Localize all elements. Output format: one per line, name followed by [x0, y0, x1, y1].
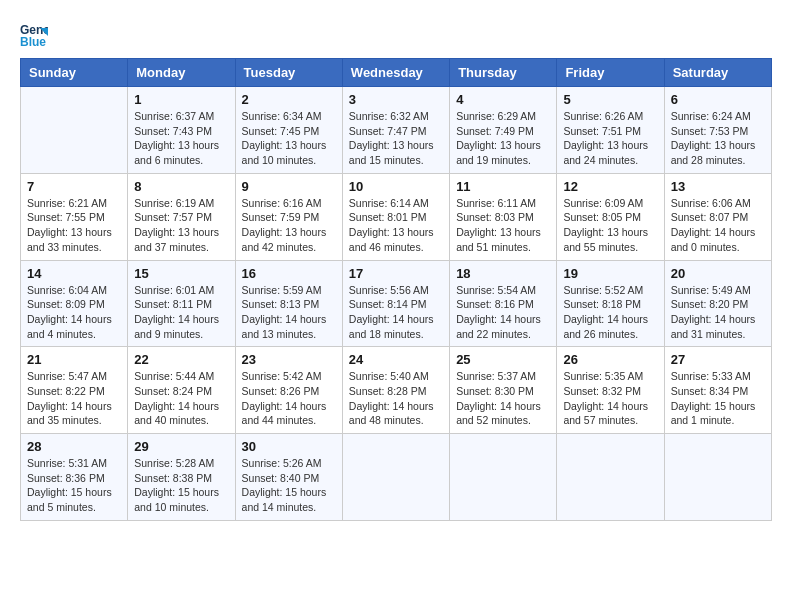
- weekday-header: Saturday: [664, 59, 771, 87]
- day-number: 15: [134, 266, 228, 281]
- weekday-header-row: SundayMondayTuesdayWednesdayThursdayFrid…: [21, 59, 772, 87]
- calendar-cell: 1Sunrise: 6:37 AM Sunset: 7:43 PM Daylig…: [128, 87, 235, 174]
- day-number: 29: [134, 439, 228, 454]
- day-info: Sunrise: 6:01 AM Sunset: 8:11 PM Dayligh…: [134, 283, 228, 342]
- calendar-week-row: 1Sunrise: 6:37 AM Sunset: 7:43 PM Daylig…: [21, 87, 772, 174]
- day-number: 23: [242, 352, 336, 367]
- day-info: Sunrise: 6:37 AM Sunset: 7:43 PM Dayligh…: [134, 109, 228, 168]
- calendar-cell: 30Sunrise: 5:26 AM Sunset: 8:40 PM Dayli…: [235, 434, 342, 521]
- calendar-cell: 8Sunrise: 6:19 AM Sunset: 7:57 PM Daylig…: [128, 173, 235, 260]
- day-info: Sunrise: 6:14 AM Sunset: 8:01 PM Dayligh…: [349, 196, 443, 255]
- day-number: 20: [671, 266, 765, 281]
- day-info: Sunrise: 5:54 AM Sunset: 8:16 PM Dayligh…: [456, 283, 550, 342]
- weekday-header: Thursday: [450, 59, 557, 87]
- calendar-cell: 4Sunrise: 6:29 AM Sunset: 7:49 PM Daylig…: [450, 87, 557, 174]
- calendar-week-row: 28Sunrise: 5:31 AM Sunset: 8:36 PM Dayli…: [21, 434, 772, 521]
- day-number: 28: [27, 439, 121, 454]
- day-number: 18: [456, 266, 550, 281]
- calendar-cell: 10Sunrise: 6:14 AM Sunset: 8:01 PM Dayli…: [342, 173, 449, 260]
- calendar-cell: 22Sunrise: 5:44 AM Sunset: 8:24 PM Dayli…: [128, 347, 235, 434]
- day-number: 30: [242, 439, 336, 454]
- day-info: Sunrise: 6:06 AM Sunset: 8:07 PM Dayligh…: [671, 196, 765, 255]
- day-info: Sunrise: 5:33 AM Sunset: 8:34 PM Dayligh…: [671, 369, 765, 428]
- calendar-cell: 19Sunrise: 5:52 AM Sunset: 8:18 PM Dayli…: [557, 260, 664, 347]
- calendar-cell: [21, 87, 128, 174]
- calendar-cell: [557, 434, 664, 521]
- day-number: 2: [242, 92, 336, 107]
- day-number: 27: [671, 352, 765, 367]
- logo-icon: General Blue: [20, 20, 48, 48]
- day-info: Sunrise: 6:21 AM Sunset: 7:55 PM Dayligh…: [27, 196, 121, 255]
- calendar-cell: 17Sunrise: 5:56 AM Sunset: 8:14 PM Dayli…: [342, 260, 449, 347]
- day-info: Sunrise: 6:09 AM Sunset: 8:05 PM Dayligh…: [563, 196, 657, 255]
- calendar-cell: 29Sunrise: 5:28 AM Sunset: 8:38 PM Dayli…: [128, 434, 235, 521]
- weekday-header: Wednesday: [342, 59, 449, 87]
- weekday-header: Friday: [557, 59, 664, 87]
- weekday-header: Monday: [128, 59, 235, 87]
- calendar-cell: [664, 434, 771, 521]
- calendar-cell: [450, 434, 557, 521]
- calendar-cell: 20Sunrise: 5:49 AM Sunset: 8:20 PM Dayli…: [664, 260, 771, 347]
- calendar-cell: 24Sunrise: 5:40 AM Sunset: 8:28 PM Dayli…: [342, 347, 449, 434]
- day-number: 10: [349, 179, 443, 194]
- day-info: Sunrise: 5:56 AM Sunset: 8:14 PM Dayligh…: [349, 283, 443, 342]
- day-info: Sunrise: 5:44 AM Sunset: 8:24 PM Dayligh…: [134, 369, 228, 428]
- logo: General Blue: [20, 20, 52, 48]
- day-number: 9: [242, 179, 336, 194]
- day-number: 13: [671, 179, 765, 194]
- day-info: Sunrise: 6:16 AM Sunset: 7:59 PM Dayligh…: [242, 196, 336, 255]
- calendar-week-row: 14Sunrise: 6:04 AM Sunset: 8:09 PM Dayli…: [21, 260, 772, 347]
- day-info: Sunrise: 6:32 AM Sunset: 7:47 PM Dayligh…: [349, 109, 443, 168]
- calendar-cell: 15Sunrise: 6:01 AM Sunset: 8:11 PM Dayli…: [128, 260, 235, 347]
- day-info: Sunrise: 6:26 AM Sunset: 7:51 PM Dayligh…: [563, 109, 657, 168]
- svg-text:Blue: Blue: [20, 35, 46, 48]
- day-info: Sunrise: 6:29 AM Sunset: 7:49 PM Dayligh…: [456, 109, 550, 168]
- calendar-cell: 16Sunrise: 5:59 AM Sunset: 8:13 PM Dayli…: [235, 260, 342, 347]
- day-info: Sunrise: 5:35 AM Sunset: 8:32 PM Dayligh…: [563, 369, 657, 428]
- weekday-header: Tuesday: [235, 59, 342, 87]
- day-number: 26: [563, 352, 657, 367]
- calendar-cell: 5Sunrise: 6:26 AM Sunset: 7:51 PM Daylig…: [557, 87, 664, 174]
- day-number: 3: [349, 92, 443, 107]
- day-number: 21: [27, 352, 121, 367]
- calendar-cell: 21Sunrise: 5:47 AM Sunset: 8:22 PM Dayli…: [21, 347, 128, 434]
- day-info: Sunrise: 6:19 AM Sunset: 7:57 PM Dayligh…: [134, 196, 228, 255]
- day-info: Sunrise: 5:26 AM Sunset: 8:40 PM Dayligh…: [242, 456, 336, 515]
- day-number: 14: [27, 266, 121, 281]
- day-number: 12: [563, 179, 657, 194]
- calendar-cell: 23Sunrise: 5:42 AM Sunset: 8:26 PM Dayli…: [235, 347, 342, 434]
- day-info: Sunrise: 5:31 AM Sunset: 8:36 PM Dayligh…: [27, 456, 121, 515]
- day-info: Sunrise: 6:11 AM Sunset: 8:03 PM Dayligh…: [456, 196, 550, 255]
- day-number: 19: [563, 266, 657, 281]
- calendar-cell: [342, 434, 449, 521]
- calendar-cell: 14Sunrise: 6:04 AM Sunset: 8:09 PM Dayli…: [21, 260, 128, 347]
- calendar-cell: 25Sunrise: 5:37 AM Sunset: 8:30 PM Dayli…: [450, 347, 557, 434]
- day-number: 24: [349, 352, 443, 367]
- day-number: 8: [134, 179, 228, 194]
- calendar-cell: 26Sunrise: 5:35 AM Sunset: 8:32 PM Dayli…: [557, 347, 664, 434]
- day-info: Sunrise: 5:49 AM Sunset: 8:20 PM Dayligh…: [671, 283, 765, 342]
- day-info: Sunrise: 5:59 AM Sunset: 8:13 PM Dayligh…: [242, 283, 336, 342]
- calendar-cell: 7Sunrise: 6:21 AM Sunset: 7:55 PM Daylig…: [21, 173, 128, 260]
- day-info: Sunrise: 5:42 AM Sunset: 8:26 PM Dayligh…: [242, 369, 336, 428]
- day-number: 5: [563, 92, 657, 107]
- calendar-cell: 6Sunrise: 6:24 AM Sunset: 7:53 PM Daylig…: [664, 87, 771, 174]
- calendar-cell: 11Sunrise: 6:11 AM Sunset: 8:03 PM Dayli…: [450, 173, 557, 260]
- day-number: 7: [27, 179, 121, 194]
- calendar-week-row: 7Sunrise: 6:21 AM Sunset: 7:55 PM Daylig…: [21, 173, 772, 260]
- calendar-cell: 2Sunrise: 6:34 AM Sunset: 7:45 PM Daylig…: [235, 87, 342, 174]
- calendar-cell: 27Sunrise: 5:33 AM Sunset: 8:34 PM Dayli…: [664, 347, 771, 434]
- calendar-cell: 9Sunrise: 6:16 AM Sunset: 7:59 PM Daylig…: [235, 173, 342, 260]
- day-info: Sunrise: 5:52 AM Sunset: 8:18 PM Dayligh…: [563, 283, 657, 342]
- calendar-table: SundayMondayTuesdayWednesdayThursdayFrid…: [20, 58, 772, 521]
- day-number: 25: [456, 352, 550, 367]
- day-info: Sunrise: 6:24 AM Sunset: 7:53 PM Dayligh…: [671, 109, 765, 168]
- calendar-week-row: 21Sunrise: 5:47 AM Sunset: 8:22 PM Dayli…: [21, 347, 772, 434]
- day-number: 16: [242, 266, 336, 281]
- calendar-cell: 12Sunrise: 6:09 AM Sunset: 8:05 PM Dayli…: [557, 173, 664, 260]
- day-number: 1: [134, 92, 228, 107]
- day-number: 17: [349, 266, 443, 281]
- page-header: General Blue: [20, 20, 772, 48]
- day-info: Sunrise: 5:37 AM Sunset: 8:30 PM Dayligh…: [456, 369, 550, 428]
- day-number: 6: [671, 92, 765, 107]
